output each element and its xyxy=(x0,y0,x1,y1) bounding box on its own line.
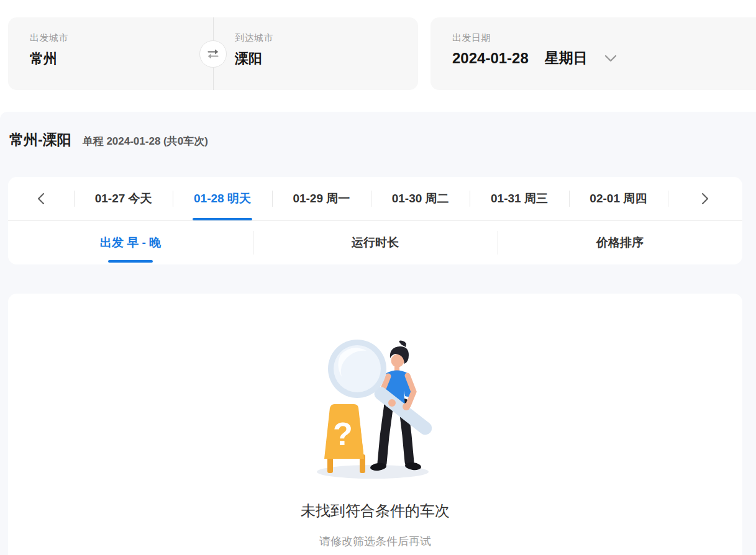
departure-date-field[interactable]: 出发日期 2024-01-28 星期日 xyxy=(430,17,756,90)
date-tabs-row: 01-27 今天 01-28 明天 01-29 周一 01-30 周二 01-3… xyxy=(8,177,742,220)
date-tab[interactable]: 01-30 周二 xyxy=(371,177,470,220)
swap-cities-button[interactable] xyxy=(199,40,227,68)
arrival-city-field[interactable]: 到达城市 溧阳 xyxy=(213,17,418,90)
sort-tab-price[interactable]: 价格排序 xyxy=(498,221,742,264)
sort-tabs-row: 出发 早 - 晚 运行时长 价格排序 xyxy=(8,221,742,264)
swap-horizontal-icon xyxy=(206,47,221,61)
empty-state-subtitle: 请修改筛选条件后再试 xyxy=(319,534,431,549)
date-tab-label: 01-27 今天 xyxy=(95,191,152,207)
date-tab[interactable]: 01-29 周一 xyxy=(272,177,371,220)
route-title: 常州-溧阳 xyxy=(9,130,71,150)
date-tab[interactable]: 02-01 周四 xyxy=(569,177,668,220)
chevron-down-icon[interactable] xyxy=(604,54,617,63)
departure-city-field[interactable]: 出发城市 常州 xyxy=(8,17,213,90)
next-dates-button[interactable] xyxy=(668,177,742,220)
question-sign: ? xyxy=(324,404,365,473)
empty-results-card: ? xyxy=(8,294,742,555)
sort-tab-departure-time[interactable]: 出发 早 - 晚 xyxy=(8,221,253,264)
sort-tab-label: 出发 早 - 晚 xyxy=(100,235,161,251)
active-tab-underline xyxy=(193,218,252,220)
departure-city-label: 出发城市 xyxy=(30,32,213,44)
active-sort-underline xyxy=(108,260,153,263)
empty-state-title: 未找到符合条件的车次 xyxy=(301,501,450,521)
departure-date-weekday: 星期日 xyxy=(545,48,588,68)
city-pair-card: 出发城市 常州 到达城市 溧阳 xyxy=(8,17,418,90)
route-subtitle: 单程 2024-01-28 (共0车次) xyxy=(83,134,208,148)
departure-city-value[interactable]: 常州 xyxy=(30,50,213,68)
arrival-city-value[interactable]: 溧阳 xyxy=(235,50,418,68)
chevron-left-icon xyxy=(37,192,45,205)
date-tab-selected[interactable]: 01-28 明天 xyxy=(173,177,271,220)
results-panel: 常州-溧阳 单程 2024-01-28 (共0车次) 01-27 今天 01-2… xyxy=(0,112,756,555)
sort-tab-label: 价格排序 xyxy=(596,235,644,251)
chevron-right-icon xyxy=(701,192,709,205)
arrival-city-label: 到达城市 xyxy=(235,32,418,44)
previous-dates-button[interactable] xyxy=(8,177,74,220)
date-tab-label: 01-31 周三 xyxy=(491,191,548,207)
sort-tab-duration[interactable]: 运行时长 xyxy=(253,221,498,264)
svg-text:?: ? xyxy=(333,416,353,452)
route-summary: 常州-溧阳 单程 2024-01-28 (共0车次) xyxy=(9,130,742,155)
date-tab[interactable]: 01-31 周三 xyxy=(470,177,568,220)
departure-date-label: 出发日期 xyxy=(452,32,756,44)
search-bar: 出发城市 常州 到达城市 溧阳 出发日期 2024-01-28 星期日 xyxy=(0,0,756,90)
empty-state-illustration: ? xyxy=(303,335,447,484)
date-tab[interactable]: 01-27 今天 xyxy=(74,177,173,220)
date-tab-label: 02-01 周四 xyxy=(590,191,647,207)
date-tab-label: 01-28 明天 xyxy=(194,191,251,207)
date-tab-label: 01-30 周二 xyxy=(392,191,449,207)
departure-date-value[interactable]: 2024-01-28 xyxy=(452,50,529,67)
date-tab-label: 01-29 周一 xyxy=(293,191,350,207)
filter-tabs-card: 01-27 今天 01-28 明天 01-29 周一 01-30 周二 01-3… xyxy=(8,177,742,264)
sort-tab-label: 运行时长 xyxy=(352,235,399,251)
